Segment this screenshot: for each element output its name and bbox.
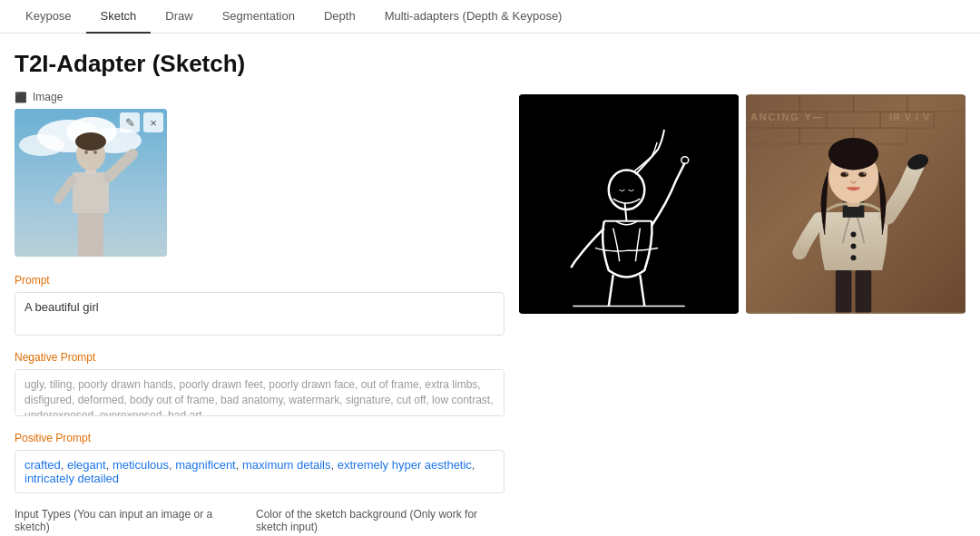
tab-segmentation[interactable]: Segmentation <box>208 0 309 34</box>
sketch-bg-label: Color of the sketch background (Only wor… <box>256 508 505 533</box>
positive-word-5: maximum details <box>242 458 331 472</box>
svg-rect-6 <box>73 172 109 213</box>
image-label: ⬛ Image <box>15 91 505 103</box>
svg-point-48 <box>858 172 866 177</box>
page-title: T2I-Adapter (Sketch) <box>0 34 980 91</box>
positive-word-1: crafted <box>24 458 61 472</box>
svg-rect-35 <box>836 270 852 312</box>
right-panel: ANCING Y— IR V I V <box>519 91 965 536</box>
sketch-result-image <box>519 94 739 314</box>
image-label-text: Image <box>33 91 63 103</box>
tab-depth[interactable]: Depth <box>309 0 370 34</box>
tab-keypose[interactable]: Keypose <box>11 0 86 34</box>
svg-text:IR V I V: IR V I V <box>889 112 930 122</box>
svg-rect-36 <box>856 270 872 312</box>
prompt-section: Prompt <box>15 274 505 338</box>
positive-prompt-label: Positive Prompt <box>15 432 505 444</box>
prompt-input[interactable] <box>15 292 505 336</box>
photo-result-image: ANCING Y— IR V I V <box>746 94 965 314</box>
input-types-label: Input Types (You can input an image or a… <box>15 508 220 533</box>
sketch-bg-group: Color of the sketch background (Only wor… <box>256 508 505 536</box>
svg-point-11 <box>75 132 106 151</box>
negative-prompt-label: Negative Prompt <box>15 351 505 364</box>
svg-point-13 <box>93 151 97 154</box>
negative-prompt-section: Negative Prompt <box>15 351 505 419</box>
image-icon: ⬛ <box>15 92 27 103</box>
positive-word-6: extremely hyper aesthetic <box>338 458 472 472</box>
svg-rect-5 <box>78 209 103 257</box>
positive-word-4: magnificent <box>175 458 235 472</box>
negative-prompt-input[interactable] <box>15 369 505 416</box>
svg-point-47 <box>841 172 848 177</box>
svg-point-44 <box>828 138 878 171</box>
tab-bar: Keypose Sketch Draw Segmentation Depth M… <box>0 0 980 34</box>
image-actions: ✎ × <box>120 112 163 132</box>
svg-point-4 <box>19 134 64 156</box>
svg-rect-14 <box>519 95 739 312</box>
svg-point-39 <box>851 255 857 260</box>
positive-word-7: intricately detailed <box>24 472 119 485</box>
remove-image-button[interactable]: × <box>143 112 163 132</box>
tab-sketch[interactable]: Sketch <box>86 0 152 34</box>
image-container: ✎ × <box>15 109 167 257</box>
main-layout: ⬛ Image <box>0 91 980 536</box>
svg-point-49 <box>846 172 848 174</box>
positive-word-2: elegant <box>67 458 106 472</box>
svg-point-37 <box>851 232 857 238</box>
options-row: Input Types (You can input an image or a… <box>15 508 505 536</box>
svg-text:ANCING Y—: ANCING Y— <box>750 112 825 122</box>
svg-point-12 <box>84 151 88 154</box>
tab-draw[interactable]: Draw <box>151 0 207 34</box>
image-section: ⬛ Image <box>15 91 505 259</box>
left-panel: ⬛ Image <box>15 91 505 536</box>
prompt-label: Prompt <box>15 274 505 287</box>
positive-prompt-section: Positive Prompt crafted, elegant, meticu… <box>15 432 505 493</box>
svg-point-50 <box>863 172 865 174</box>
svg-point-38 <box>851 243 857 249</box>
tab-multi[interactable]: Multi-adapters (Depth & Keypose) <box>370 0 577 34</box>
positive-word-3: meticulous <box>113 458 169 472</box>
edit-image-button[interactable]: ✎ <box>120 112 140 132</box>
positive-prompt-display[interactable]: crafted, elegant, meticulous, magnificen… <box>15 450 505 493</box>
input-types-group: Input Types (You can input an image or a… <box>15 508 220 536</box>
